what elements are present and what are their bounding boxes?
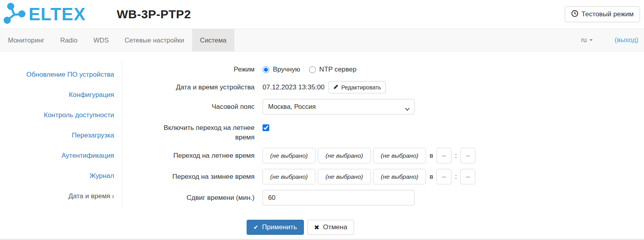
caret-down-icon	[590, 39, 593, 41]
dst-start-label: Переход на летнее время	[153, 151, 255, 161]
dst-end-label: Переход на зимнее время	[153, 172, 255, 182]
sidebar-item-firmware-update[interactable]: Обновление ПО устройства	[0, 64, 122, 85]
language-dropdown[interactable]: ru	[581, 37, 593, 44]
content: Обновление ПО устройства Конфигурация Ко…	[0, 52, 644, 235]
sidebar-item-date-time[interactable]: Дата и время›	[0, 186, 122, 206]
cancel-button-label: Отмена	[323, 223, 347, 231]
dst-end-hour-select[interactable]: --	[436, 169, 451, 184]
mode-ntp-label: NTP сервер	[319, 66, 357, 74]
mode-manual-radio[interactable]	[263, 66, 269, 73]
chevron-down-icon	[405, 105, 410, 112]
dst-start-day-select[interactable]: (не выбрано)	[373, 148, 426, 163]
dst-end-day-select[interactable]: (не выбрано)	[373, 169, 426, 184]
dst-enable-row: Включить переход на летнее время	[153, 123, 475, 142]
device-datetime-row: Дата и время устройства 07.12.2023 13:35…	[153, 81, 475, 93]
device-datetime-label: Дата и время устройства	[153, 83, 255, 92]
sidebar-item-configuration[interactable]: Конфигурация	[0, 85, 122, 105]
sidebar-item-reboot[interactable]: Перезагрузка	[0, 125, 122, 145]
navbar-right: ru (выход)	[581, 29, 644, 51]
dst-start-row: Переход на летнее время (не выбрано) (не…	[153, 148, 475, 163]
dst-end-week-select[interactable]: (не выбрано)	[318, 169, 371, 184]
edit-datetime-button[interactable]: Редактировать	[329, 81, 386, 93]
tab-monitoring[interactable]: Мониторинг	[0, 29, 53, 51]
cancel-button[interactable]: ✖ Отмена	[307, 220, 354, 235]
tab-wds[interactable]: WDS	[86, 29, 117, 51]
checkmark-icon: ✔	[253, 224, 259, 231]
timezone-label: Часовой пояс	[153, 102, 255, 112]
dst-end-preposition: в	[430, 173, 433, 181]
mode-label: Режим	[153, 65, 255, 74]
dst-end-row: Переход на зимнее время (не выбрано) (не…	[153, 169, 475, 184]
logout-link[interactable]: (выход)	[615, 36, 638, 44]
apply-button-label: Применить	[262, 223, 297, 231]
dst-start-colon: :	[455, 152, 457, 159]
eltex-molecule-icon	[3, 2, 26, 26]
dst-start-week-select[interactable]: (не выбрано)	[318, 148, 371, 163]
chevron-right-icon: ›	[112, 192, 114, 200]
eltex-logo: ELTEX	[3, 2, 86, 26]
dst-enable-label: Включить переход на летнее время	[153, 123, 255, 142]
sidebar-item-date-time-label: Дата и время	[68, 192, 110, 200]
timezone-selected-value: Москва, Россия	[268, 103, 316, 110]
mode-manual-label: Вручную	[273, 66, 300, 74]
mode-row: Режим Вручную NTP сервер	[153, 64, 475, 75]
edit-datetime-label: Редактировать	[341, 84, 381, 91]
dst-enable-checkbox[interactable]	[263, 124, 269, 131]
dst-start-hour-select[interactable]: --	[436, 148, 451, 163]
navbar: Мониторинг Radio WDS Сетевые настройки С…	[0, 29, 644, 52]
sidebar-item-availability-control[interactable]: Контроль доступности	[0, 105, 122, 125]
dst-end-minute-select[interactable]: --	[460, 169, 475, 184]
dst-start-minute-select[interactable]: --	[460, 148, 475, 163]
clock-icon	[571, 10, 578, 19]
dst-end-colon: :	[455, 173, 457, 180]
mode-manual-option[interactable]: Вручную	[263, 66, 300, 74]
time-offset-input[interactable]	[263, 190, 414, 205]
header: ELTEX WB-3P-PTP2 Тестовый режим	[0, 0, 644, 29]
timezone-row: Часовой пояс Москва, Россия	[153, 99, 475, 114]
device-datetime-value: 07.12.2023 13:35:00	[263, 83, 325, 91]
apply-button[interactable]: ✔ Применить	[247, 220, 304, 235]
test-mode-button[interactable]: Тестовый режим	[565, 6, 640, 22]
page: ELTEX WB-3P-PTP2 Тестовый режим Монитори…	[0, 0, 644, 240]
sidebar-item-authentication[interactable]: Аутентификация	[0, 145, 122, 166]
page-title: WB-3P-PTP2	[117, 8, 191, 21]
time-offset-label: Сдвиг времени (мин.)	[153, 193, 255, 203]
timezone-select[interactable]: Москва, Россия	[263, 99, 414, 114]
tab-network-settings[interactable]: Сетевые настройки	[117, 29, 192, 51]
x-icon: ✖	[314, 224, 319, 231]
tab-system[interactable]: Система	[192, 29, 234, 51]
test-mode-label: Тестовый режим	[582, 10, 634, 18]
dst-start-preposition: в	[430, 152, 433, 160]
pencil-icon	[333, 84, 339, 91]
mode-ntp-radio[interactable]	[309, 66, 316, 73]
tab-radio[interactable]: Radio	[53, 29, 86, 51]
form-buttons: ✔ Применить ✖ Отмена	[153, 220, 447, 235]
mode-ntp-option[interactable]: NTP сервер	[309, 66, 357, 74]
dst-end-month-select[interactable]: (не выбрано)	[263, 169, 315, 184]
dst-start-month-select[interactable]: (не выбрано)	[263, 148, 315, 163]
logo-text: ELTEX	[29, 6, 86, 23]
date-time-form: Режим Вручную NTP сервер Дата и время ус…	[122, 52, 475, 235]
language-label: ru	[581, 37, 587, 44]
sidebar-item-log[interactable]: Журнал	[0, 166, 122, 186]
time-offset-row: Сдвиг времени (мин.)	[153, 190, 475, 205]
sidebar: Обновление ПО устройства Конфигурация Ко…	[0, 60, 122, 207]
